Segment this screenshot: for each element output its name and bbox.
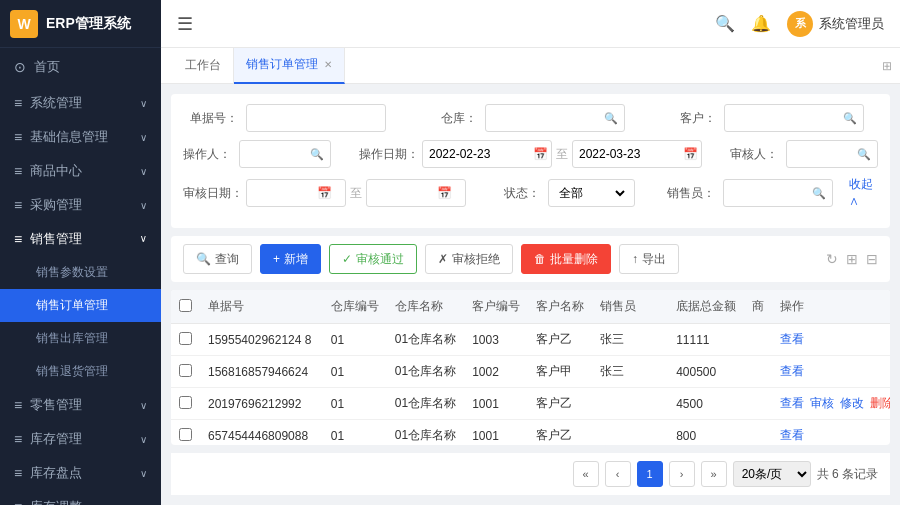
query-button[interactable]: 🔍 查询 xyxy=(183,244,252,274)
salesperson-search-icon[interactable]: 🔍 xyxy=(812,187,826,200)
order-no-input[interactable] xyxy=(246,104,386,132)
sidebar-section-purchase[interactable]: ≡ 采购管理 ∨ xyxy=(0,188,161,222)
action-查看-link[interactable]: 查看 xyxy=(780,396,804,410)
cell-flag xyxy=(744,324,772,356)
tab-sales-orders[interactable]: 销售订单管理 ✕ xyxy=(234,48,345,84)
operator-input[interactable]: 🔍 xyxy=(239,140,331,168)
action-删除-link[interactable]: 删除 xyxy=(870,396,890,410)
sidebar-item-sales-outbound[interactable]: 销售出库管理 xyxy=(0,322,161,355)
status-select-field[interactable]: 全部 未审核 已审核 审核拒绝 xyxy=(555,185,629,201)
close-icon[interactable]: ✕ xyxy=(324,59,332,70)
action-修改-link[interactable]: 修改 xyxy=(840,396,864,410)
sidebar-item-sales-return[interactable]: 销售退货管理 xyxy=(0,355,161,388)
refresh-icon[interactable]: ↻ xyxy=(826,251,838,267)
approve-button[interactable]: ✓ 审核通过 xyxy=(329,244,417,274)
op-date-start[interactable]: 📅 xyxy=(422,140,552,168)
salesperson-field[interactable] xyxy=(730,186,809,200)
reject-button[interactable]: ✗ 审核拒绝 xyxy=(425,244,513,274)
row-checkbox[interactable] xyxy=(179,428,192,441)
action-查看-link[interactable]: 查看 xyxy=(780,364,804,378)
row-checkbox[interactable] xyxy=(179,332,192,345)
sidebar-section-label: 基础信息管理 xyxy=(30,128,140,146)
action-审核-link[interactable]: 审核 xyxy=(810,396,834,410)
reviewer-field[interactable] xyxy=(793,147,853,161)
calendar-icon: 📅 xyxy=(533,147,548,161)
collapse-button[interactable]: 收起 ∧ xyxy=(849,176,878,210)
sidebar-section-system[interactable]: ≡ 系统管理 ∨ xyxy=(0,86,161,120)
add-button[interactable]: + 新增 xyxy=(260,244,321,274)
warehouse-field[interactable] xyxy=(492,111,600,125)
tab-workbench[interactable]: 工作台 xyxy=(173,48,234,84)
action-查看-link[interactable]: 查看 xyxy=(780,332,804,346)
sidebar-item-sales-params[interactable]: 销售参数设置 xyxy=(0,256,161,289)
filter-row-1: 单据号： 仓库： 🔍 客户： 🔍 xyxy=(183,104,878,132)
reviewer-input[interactable]: 🔍 xyxy=(786,140,878,168)
row-checkbox[interactable] xyxy=(179,364,192,377)
sidebar-section-inventory[interactable]: ≡ 库存管理 ∨ xyxy=(0,422,161,456)
op-date-end[interactable]: 📅 xyxy=(572,140,702,168)
tab-label: 工作台 xyxy=(185,57,221,74)
layout-icon[interactable]: ⊞ xyxy=(846,251,858,267)
sidebar-sub-label: 销售出库管理 xyxy=(36,330,108,347)
sidebar-section-label: 销售管理 xyxy=(30,230,140,248)
sidebar-section-label: 商品中心 xyxy=(30,162,140,180)
sidebar: W ERP管理系统 ⊙ 首页 ≡ 系统管理 ∨ ≡ 基础信息管理 ∨ ≡ 商品中… xyxy=(0,0,161,505)
status-select[interactable]: 全部 未审核 已审核 审核拒绝 xyxy=(548,179,636,207)
warehouse-search-icon[interactable]: 🔍 xyxy=(604,112,618,125)
select-all-checkbox[interactable] xyxy=(179,299,192,312)
cell-customer-name: 客户乙 xyxy=(528,324,592,356)
warehouse-input[interactable]: 🔍 xyxy=(485,104,625,132)
export-button[interactable]: ↑ 导出 xyxy=(619,244,679,274)
customer-field[interactable] xyxy=(731,111,839,125)
action-查看-link[interactable]: 查看 xyxy=(780,428,804,442)
search-icon[interactable]: 🔍 xyxy=(715,14,735,33)
user-badge[interactable]: 系 系统管理员 xyxy=(787,11,884,37)
operator-field[interactable] xyxy=(246,147,306,161)
chevron-down-icon: ∨ xyxy=(140,468,147,479)
bell-icon[interactable]: 🔔 xyxy=(751,14,771,33)
cell-order-no: 15955402962124 8 xyxy=(200,324,323,356)
page-1-button[interactable]: 1 xyxy=(637,461,663,487)
cell-warehouse-name: 01仓库名称 xyxy=(387,356,464,388)
sidebar-section-goods[interactable]: ≡ 商品中心 ∨ xyxy=(0,154,161,188)
cell-flag xyxy=(744,420,772,446)
sidebar-section-sales[interactable]: ≡ 销售管理 ∧ xyxy=(0,222,161,256)
customer-input[interactable]: 🔍 xyxy=(724,104,864,132)
cell-customer-code: 1002 xyxy=(464,356,528,388)
col-actions: 操作 xyxy=(772,290,890,324)
op-date-label: 操作日期： xyxy=(359,146,414,163)
page-prev-button[interactable]: ‹ xyxy=(605,461,631,487)
review-date-end[interactable]: 📅 xyxy=(366,179,466,207)
salesperson-input[interactable]: 🔍 xyxy=(723,179,834,207)
sidebar-section-retail[interactable]: ≡ 零售管理 ∨ xyxy=(0,388,161,422)
op-date-end-field[interactable] xyxy=(579,147,679,161)
order-no-field[interactable] xyxy=(253,111,379,125)
operator-label: 操作人： xyxy=(183,146,231,163)
page-size-select[interactable]: 20条/页 50条/页 100条/页 xyxy=(733,461,811,487)
reviewer-search-icon[interactable]: 🔍 xyxy=(857,148,871,161)
menu-toggle-icon[interactable]: ☰ xyxy=(177,13,193,35)
op-date-start-field[interactable] xyxy=(429,147,529,161)
cell-warehouse-name: 01仓库名称 xyxy=(387,324,464,356)
page-next-button[interactable]: › xyxy=(669,461,695,487)
customer-search-icon[interactable]: 🔍 xyxy=(843,112,857,125)
date-separator2: 至 xyxy=(350,185,362,202)
sidebar-item-home[interactable]: ⊙ 首页 xyxy=(0,48,161,86)
page-last-button[interactable]: » xyxy=(701,461,727,487)
review-date-end-field[interactable] xyxy=(373,186,433,200)
sidebar-section-inventory-check[interactable]: ≡ 库存盘点 ∨ xyxy=(0,456,161,490)
review-date-start-field[interactable] xyxy=(253,186,313,200)
sidebar-item-sales-orders[interactable]: 销售订单管理 xyxy=(0,289,161,322)
tabs-action-icon[interactable]: ⊞ xyxy=(882,59,892,73)
review-date-start[interactable]: 📅 xyxy=(246,179,346,207)
sidebar-section-basic[interactable]: ≡ 基础信息管理 ∨ xyxy=(0,120,161,154)
delete-button[interactable]: 🗑 批量删除 xyxy=(521,244,611,274)
grid-icon[interactable]: ⊟ xyxy=(866,251,878,267)
cell-total-amount: 11111 xyxy=(668,324,744,356)
chevron-down-icon: ∨ xyxy=(140,200,147,211)
row-checkbox[interactable] xyxy=(179,396,192,409)
sidebar-section-inventory-adjust[interactable]: ≡ 库存调整 ∨ xyxy=(0,490,161,505)
operator-search-icon[interactable]: 🔍 xyxy=(310,148,324,161)
system-icon: ≡ xyxy=(14,95,22,111)
page-first-button[interactable]: « xyxy=(573,461,599,487)
